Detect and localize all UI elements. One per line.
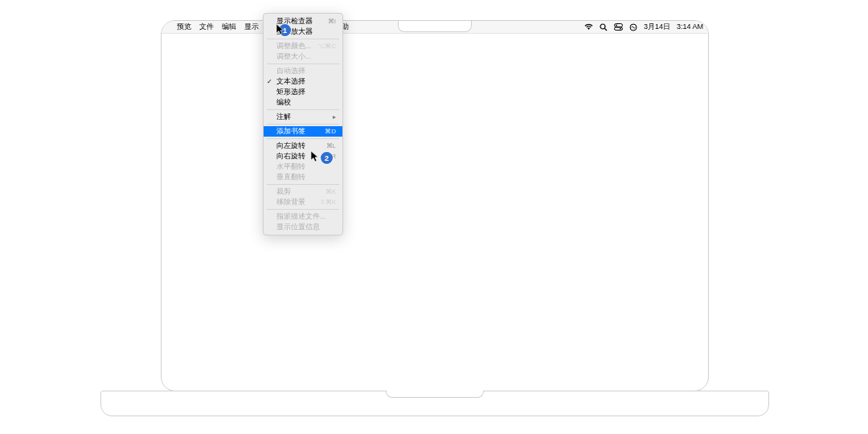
svg-rect-4 bbox=[614, 27, 622, 31]
menu-item-label: 编校 bbox=[276, 98, 291, 108]
menu-view[interactable]: 显示 bbox=[240, 21, 263, 33]
menu-item-label: 自动选择 bbox=[276, 67, 305, 76]
menu-shortcut: ⌥⌘C bbox=[317, 43, 336, 50]
menu-shortcut: ⌘L bbox=[326, 142, 336, 149]
wifi-icon[interactable] bbox=[584, 23, 593, 31]
menu-item[interactable]: 添加书签⌘D bbox=[264, 126, 342, 137]
notch bbox=[398, 20, 472, 32]
status-time[interactable]: 3:14 AM bbox=[677, 21, 703, 33]
menu-item-label: 注解 bbox=[276, 113, 291, 122]
menu-item: 垂直翻转 bbox=[264, 172, 342, 182]
menu-item-label: 水平翻转 bbox=[276, 162, 305, 172]
menubar-right: 3月14日 3:14 AM bbox=[584, 21, 703, 33]
check-icon: ✓ bbox=[267, 78, 272, 85]
svg-point-3 bbox=[616, 25, 617, 27]
menu-item-label: 文本选择 bbox=[276, 77, 305, 87]
menu-item-label: 添加书签 bbox=[276, 127, 305, 137]
menu-item: 自动选择 bbox=[264, 66, 342, 76]
menu-file[interactable]: 文件 bbox=[195, 21, 218, 33]
menu-item-label: 垂直翻转 bbox=[276, 173, 305, 182]
menu-shortcut: ⌘D bbox=[325, 128, 336, 135]
svg-line-1 bbox=[604, 28, 607, 31]
menu-item-label: 向右旋转 bbox=[276, 152, 305, 162]
laptop-base bbox=[100, 391, 769, 416]
step-badge-2: 2 bbox=[321, 152, 333, 164]
laptop-frame: 预览 文件 编辑 显示 前往 工具 窗口 帮助 3月14日 3:14 AM bbox=[161, 20, 709, 391]
menu-shortcut: ⌘I bbox=[328, 18, 336, 25]
menu-item[interactable]: 显示检查器⌘I bbox=[264, 16, 342, 27]
menu-item: 调整大小... bbox=[264, 51, 342, 62]
search-icon[interactable] bbox=[600, 23, 608, 31]
menu-item-label: 裁剪 bbox=[276, 187, 291, 197]
menu-item-label: 指派描述文件... bbox=[276, 212, 326, 222]
siri-icon[interactable] bbox=[629, 23, 637, 31]
menu-item-label: 矩形选择 bbox=[276, 88, 305, 97]
tools-dropdown: 显示检查器⌘I显示放大器调整颜色...⌥⌘C调整大小...自动选择✓文本选择矩形… bbox=[263, 13, 343, 235]
menu-item-label: 显示位置信息 bbox=[276, 223, 320, 232]
menu-item[interactable]: 矩形选择 bbox=[264, 87, 342, 97]
menu-shortcut: ⇧⌘K bbox=[320, 199, 336, 206]
menu-item[interactable]: 注解▸ bbox=[264, 112, 342, 122]
menu-shortcut: ⌘K bbox=[326, 188, 336, 195]
menu-preview[interactable]: 预览 bbox=[173, 21, 195, 33]
menu-item-label: 向左旋转 bbox=[276, 141, 305, 151]
control-center-icon[interactable] bbox=[614, 23, 623, 31]
menu-item[interactable]: 编校 bbox=[264, 97, 342, 108]
menu-item[interactable]: 向左旋转⌘L bbox=[264, 141, 342, 151]
status-date[interactable]: 3月14日 bbox=[644, 21, 670, 33]
menu-item-label: 调整颜色... bbox=[276, 42, 311, 51]
svg-point-5 bbox=[620, 28, 621, 30]
menu-item: 水平翻转 bbox=[264, 162, 342, 172]
menu-item: 裁剪⌘K bbox=[264, 186, 342, 197]
svg-point-0 bbox=[600, 24, 605, 29]
menu-item[interactable]: ✓文本选择 bbox=[264, 76, 342, 87]
menu-item: 显示位置信息 bbox=[264, 222, 342, 232]
chevron-right-icon: ▸ bbox=[333, 113, 336, 121]
menu-item: 指派描述文件... bbox=[264, 211, 342, 222]
menu-item: 调整颜色...⌥⌘C bbox=[264, 41, 342, 51]
menu-edit[interactable]: 编辑 bbox=[218, 21, 240, 33]
menu-item-label: 调整大小... bbox=[276, 52, 311, 62]
menu-item-label: 移除背景 bbox=[276, 198, 305, 207]
menu-item[interactable]: 显示放大器 bbox=[264, 27, 342, 37]
menu-item: 移除背景⇧⌘K bbox=[264, 197, 342, 207]
